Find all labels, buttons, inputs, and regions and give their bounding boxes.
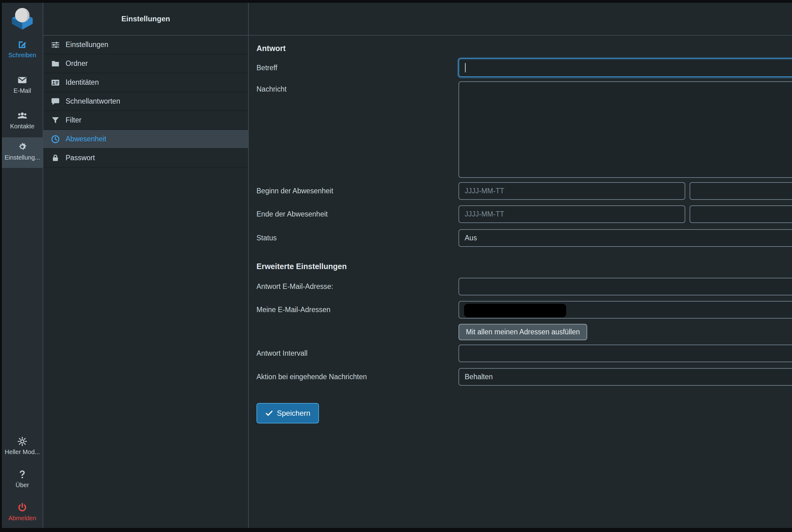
settings-item-responses[interactable]: Schnellantworten xyxy=(43,92,248,111)
sidebar-item-logout[interactable]: Abmelden xyxy=(2,500,43,524)
interval-label: Antwort Intervall xyxy=(257,349,458,358)
chat-bubble-icon xyxy=(51,97,60,106)
message-label: Nachricht xyxy=(257,85,458,93)
vacation-form-panel: Antwort Betreff Nachricht Beginn der Abw… xyxy=(249,3,792,528)
sidebar-item-label: Kontakte xyxy=(10,123,35,130)
my-addresses-row: Meine E-Mail-Adressen xyxy=(257,301,792,319)
sidebar-item-about[interactable]: Über xyxy=(2,467,43,491)
settings-list: Einstellungen Ordner xyxy=(43,36,248,168)
sun-icon xyxy=(17,436,27,446)
reply-address-input[interactable] xyxy=(458,278,792,296)
id-card-icon xyxy=(51,78,60,87)
panel-title: Einstellungen xyxy=(121,15,170,23)
sidebar-item-mail[interactable]: E-Mail xyxy=(2,73,43,96)
power-icon xyxy=(17,502,27,513)
compose-icon xyxy=(17,39,27,50)
start-date-label: Beginn der Abwesenheit xyxy=(257,187,458,195)
settings-item-label: Identitäten xyxy=(65,78,99,87)
app-window: Schreiben E-Mail Kontakte xyxy=(2,3,792,528)
sidebar-item-label: Heller Mod... xyxy=(5,449,40,456)
interval-row: Antwort Intervall xyxy=(257,345,792,362)
settings-item-folders[interactable]: Ordner xyxy=(43,54,248,73)
settings-item-vacation[interactable]: Abwesenheit xyxy=(43,130,248,149)
sidebar-item-settings[interactable]: Einstellung... xyxy=(2,137,43,168)
end-date-label: Ende der Abwesenheit xyxy=(257,210,458,218)
message-row: Nachricht xyxy=(257,81,792,178)
settings-item-label: Abwesenheit xyxy=(65,135,107,143)
fill-addresses-row: Mit allen meinen Adressen ausfüllen xyxy=(257,324,792,340)
settings-item-label: Passwort xyxy=(65,154,95,162)
sliders-icon xyxy=(51,40,60,50)
settings-list-panel: Einstellungen Einstellungen Ordner xyxy=(43,3,249,528)
settings-item-label: Einstellungen xyxy=(65,40,108,49)
contacts-icon xyxy=(17,110,27,121)
fill-addresses-button[interactable]: Mit allen meinen Adressen ausfüllen xyxy=(458,324,587,340)
subject-input[interactable] xyxy=(458,58,792,77)
folder-icon xyxy=(51,59,60,68)
reply-address-label: Antwort E-Mail-Adresse: xyxy=(257,282,458,291)
question-icon xyxy=(17,469,27,480)
settings-list-header: Einstellungen xyxy=(43,3,248,36)
start-time-input[interactable] xyxy=(690,182,792,200)
end-date-input[interactable] xyxy=(458,205,685,223)
settings-item-password[interactable]: Passwort xyxy=(43,149,248,168)
subject-row: Betreff xyxy=(257,58,792,77)
sidebar-item-contacts[interactable]: Kontakte xyxy=(2,109,43,132)
my-addresses-input[interactable] xyxy=(458,301,792,319)
sidebar-item-label: Schreiben xyxy=(8,52,36,59)
incoming-action-select[interactable]: Behalten xyxy=(458,368,792,386)
incoming-action-value: Behalten xyxy=(465,373,493,381)
status-select[interactable]: Aus xyxy=(458,229,792,247)
start-date-input[interactable] xyxy=(458,182,685,200)
status-label: Status xyxy=(257,234,458,242)
funnel-icon xyxy=(51,116,60,125)
settings-item-label: Filter xyxy=(65,116,81,124)
sidebar-item-label: E-Mail xyxy=(14,87,31,94)
content-header xyxy=(249,3,792,36)
end-time-input[interactable] xyxy=(690,205,792,223)
mail-icon xyxy=(17,75,27,86)
settings-item-label: Ordner xyxy=(65,59,88,68)
settings-item-preferences[interactable]: Einstellungen xyxy=(43,36,248,54)
sidebar-item-label: Abmelden xyxy=(8,515,36,522)
save-button-label: Speichern xyxy=(277,409,310,418)
sidebar-item-label: Einstellung... xyxy=(5,154,40,161)
check-icon xyxy=(265,409,273,417)
section-title-answer: Antwort xyxy=(257,44,792,53)
interval-input[interactable] xyxy=(458,345,792,362)
section-title-advanced: Erweiterte Einstellungen xyxy=(257,262,792,271)
subject-label: Betreff xyxy=(257,64,458,72)
clock-icon xyxy=(51,135,60,144)
sidebar-item-compose[interactable]: Schreiben xyxy=(2,37,43,61)
my-addresses-label: Meine E-Mail-Adressen xyxy=(257,306,458,314)
incoming-action-label: Aktion bei eingehende Nachrichten xyxy=(257,373,458,381)
status-select-value: Aus xyxy=(465,234,477,242)
settings-item-label: Schnellantworten xyxy=(65,97,120,106)
reply-address-row: Antwort E-Mail-Adresse: xyxy=(257,278,792,296)
roundcube-logo xyxy=(7,6,37,33)
redacted-email-value xyxy=(464,304,566,317)
settings-item-identities[interactable]: Identitäten xyxy=(43,73,248,92)
save-button[interactable]: Speichern xyxy=(257,403,319,423)
settings-item-filters[interactable]: Filter xyxy=(43,111,248,130)
text-cursor xyxy=(465,63,466,72)
lock-icon xyxy=(51,153,60,163)
vacation-form: Antwort Betreff Nachricht Beginn der Abw… xyxy=(249,36,792,423)
sidebar-item-light-mode[interactable]: Heller Mod... xyxy=(2,434,43,457)
incoming-action-row: Aktion bei eingehende Nachrichten Behalt… xyxy=(257,368,792,386)
sidebar-item-label: Über xyxy=(16,481,29,489)
start-date-row: Beginn der Abwesenheit xyxy=(257,182,792,200)
status-row: Status Aus xyxy=(257,229,792,247)
taskmenu-sidebar: Schreiben E-Mail Kontakte xyxy=(2,3,43,528)
end-date-row: Ende der Abwesenheit xyxy=(257,205,792,223)
gear-icon xyxy=(17,142,27,152)
message-textarea[interactable] xyxy=(458,81,792,178)
